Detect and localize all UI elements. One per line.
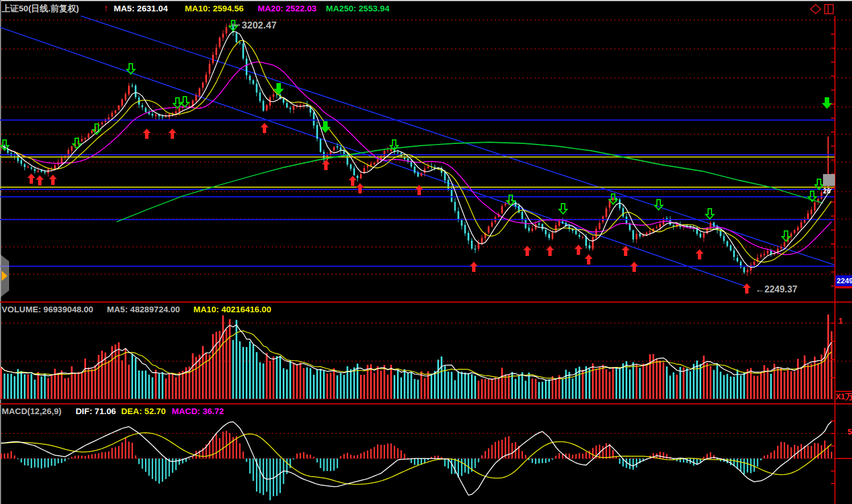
- volume-value: VOLUME: 96939048.00: [2, 304, 93, 314]
- volume-axis-top-label: 1: [838, 316, 851, 325]
- macd-name: MACD(12,26,9): [2, 406, 61, 416]
- dea-value: DEA: 52.70: [121, 406, 166, 416]
- trading-app-window: 上证50(日线.前复权) ↑ MA5: 2631.04 MA10: 2594.5…: [0, 0, 852, 504]
- volume-ma10-value: MA10: 40216416.00: [193, 304, 271, 314]
- ma250-value: MA250: 2553.94: [326, 3, 390, 13]
- sidebar-slide-tab[interactable]: [0, 254, 9, 298]
- instrument-title: 上证50(日线.前复权): [2, 3, 79, 14]
- macd-axis-partial-label: 5: [847, 427, 852, 436]
- split-window-icon[interactable]: [825, 5, 833, 14]
- ma20-value: MA20: 2522.03: [258, 3, 316, 13]
- up-arrow-icon: ↑: [104, 3, 109, 14]
- ma5-value: MA5: 2631.04: [114, 3, 168, 13]
- chart-canvas: [0, 0, 852, 504]
- dif-value: DIF: 71.06: [76, 406, 116, 416]
- volume-axis-unit-label: X1万: [836, 392, 852, 402]
- ma10-value: MA10: 2594.56: [185, 3, 243, 13]
- current-price-marker[interactable]: [823, 174, 835, 186]
- peak-price-label: 3202.47: [242, 20, 276, 31]
- price-partial-label: 26: [823, 187, 835, 195]
- expand-arrow-icon: [2, 271, 7, 281]
- diamond-icon[interactable]: [810, 5, 821, 14]
- axis-price-badge: 2249: [836, 275, 852, 287]
- header-icons: [810, 3, 835, 15]
- low-price-label: ←2249.37: [755, 284, 797, 295]
- volume-ma5-value: MA5: 48289724.00: [107, 304, 180, 314]
- macd-value: MACD: 36.72: [172, 406, 224, 416]
